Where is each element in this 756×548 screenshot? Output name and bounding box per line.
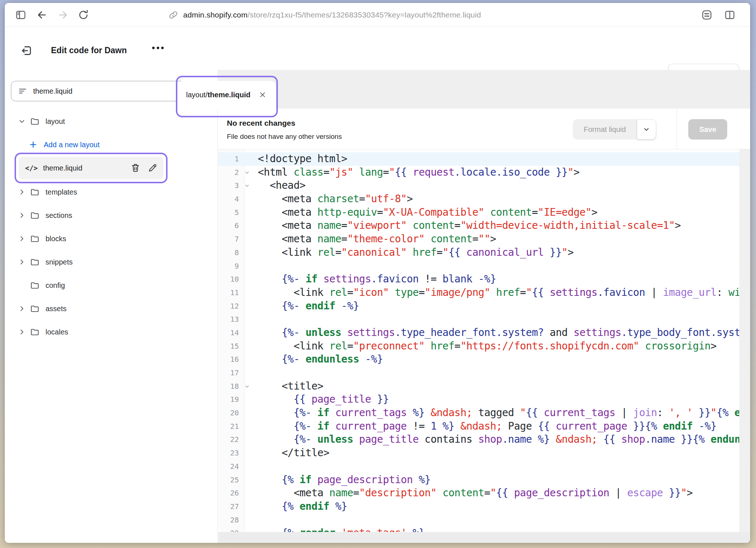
- line-number: 16: [218, 353, 245, 366]
- browser-window: admin.shopify.com/store/rzq1xu-f5/themes…: [5, 3, 750, 543]
- code-line: 3 <head>: [218, 179, 739, 192]
- fold-spacer: [245, 340, 252, 353]
- folder-icon: [30, 304, 40, 314]
- format-dropdown-button[interactable]: [637, 119, 656, 140]
- status-subtitle: File does not have any other versions: [227, 133, 342, 141]
- sidebar-item-templates[interactable]: templates: [5, 183, 217, 201]
- chevron-right-icon[interactable]: [17, 258, 26, 266]
- folder-icon: [30, 257, 40, 267]
- fold-chevron-icon[interactable]: [245, 166, 252, 179]
- line-number: 23: [218, 446, 245, 460]
- folder-icon: [30, 281, 40, 290]
- line-number: 20: [218, 406, 245, 420]
- fold-spacer: [245, 460, 252, 473]
- chevron-right-icon[interactable]: [17, 328, 26, 336]
- folder-icon: [30, 117, 40, 126]
- close-icon[interactable]: [258, 90, 267, 99]
- sidebar-item-assets[interactable]: assets: [5, 300, 217, 317]
- forward-icon[interactable]: [57, 9, 69, 21]
- line-number: 13: [218, 313, 245, 326]
- status-title: No recent changes: [227, 119, 295, 128]
- code-line: 26 <meta name="description" content="{{ …: [218, 486, 739, 500]
- folder-icon: [30, 211, 40, 220]
- save-button[interactable]: Save: [688, 119, 727, 140]
- code-line: 19 {{ page_title }}: [218, 393, 739, 406]
- code-line: 9: [218, 259, 739, 273]
- code-line: 27 {% endif %}: [218, 500, 739, 513]
- sidebar-item-theme-liquid[interactable]: </>theme.liquid: [19, 157, 164, 179]
- split-view-icon[interactable]: [724, 9, 736, 21]
- url-bar[interactable]: admin.shopify.com/store/rzq1xu-f5/themes…: [183, 11, 481, 19]
- back-icon[interactable]: [36, 9, 48, 21]
- add-new-layout-button[interactable]: Add a new layout: [5, 136, 217, 153]
- url-path: /store/rzq1xu-f5/themes/132683530345?key…: [248, 11, 481, 19]
- sidebar-item-sections[interactable]: sections: [5, 207, 217, 224]
- tab-file-label: theme.liquid: [208, 91, 251, 99]
- code-line: 15 <link rel="preconnect" href="https://…: [218, 340, 739, 353]
- fold-spacer: [245, 326, 252, 340]
- code-line: 21 {%- if current_page != 1 %} &ndash; P…: [218, 420, 739, 433]
- sidebar-toggle-icon[interactable]: [15, 9, 27, 21]
- chevron-right-icon[interactable]: [17, 188, 26, 196]
- fold-spacer: [245, 353, 252, 366]
- line-number: 7: [218, 232, 245, 246]
- line-number: 29: [218, 527, 245, 532]
- fold-spacer: [245, 152, 252, 166]
- line-number: 28: [218, 513, 245, 527]
- plus-icon: [29, 140, 38, 149]
- line-number: 15: [218, 340, 245, 353]
- folder-icon: [30, 327, 40, 337]
- code-line: 24: [218, 460, 739, 473]
- chevron-right-icon[interactable]: [17, 304, 26, 313]
- reload-icon[interactable]: [78, 9, 89, 21]
- line-number: 17: [218, 366, 245, 380]
- line-number: 5: [218, 206, 245, 219]
- line-number: 3: [218, 179, 245, 192]
- format-liquid-split-button: Format liquid: [573, 119, 656, 140]
- line-number: 21: [218, 420, 245, 433]
- fold-spacer: [245, 192, 252, 206]
- page-settings-icon[interactable]: [701, 9, 713, 21]
- code-editor[interactable]: 1<!doctype html>2<html class="js" lang="…: [218, 149, 739, 532]
- code-line: 17: [218, 366, 739, 380]
- code-line: 18 <title>: [218, 380, 739, 393]
- chevron-right-icon[interactable]: [17, 211, 26, 220]
- trash-icon[interactable]: [130, 163, 141, 173]
- chevron-right-icon[interactable]: [17, 234, 26, 243]
- code-line: 12 {%- endif -%}: [218, 300, 739, 313]
- code-line: 13: [218, 313, 739, 326]
- line-number: 18: [218, 380, 245, 393]
- tab-theme-liquid[interactable]: layout/theme.liquid: [177, 81, 276, 109]
- fold-spacer: [245, 313, 252, 326]
- browser-toolbar: admin.shopify.com/store/rzq1xu-f5/themes…: [5, 3, 750, 27]
- code-line: 29 {% render 'meta-tags' %}: [218, 527, 739, 532]
- code-line: 11 <link rel="icon" type="image/png" hre…: [218, 286, 739, 300]
- fold-spacer: [245, 513, 252, 527]
- code-line: 25 {% if page_description %}: [218, 473, 739, 487]
- fold-spacer: [245, 500, 252, 513]
- format-liquid-button[interactable]: Format liquid: [573, 119, 637, 140]
- fold-chevron-icon[interactable]: [245, 179, 252, 192]
- sidebar-item-layout[interactable]: layout: [5, 113, 217, 130]
- sidebar-item-config[interactable]: config: [5, 277, 217, 294]
- tab-strip: [218, 70, 750, 109]
- fold-spacer: [245, 420, 252, 433]
- more-menu-button[interactable]: •••: [152, 43, 165, 53]
- sidebar-item-blocks[interactable]: blocks: [5, 230, 217, 247]
- fold-chevron-icon[interactable]: [245, 380, 252, 393]
- editor-scrollbar[interactable]: [739, 149, 750, 532]
- edit-icon[interactable]: [147, 163, 158, 173]
- exit-icon[interactable]: [20, 44, 33, 57]
- url-domain: admin.shopify.com: [183, 11, 248, 19]
- fold-spacer: [245, 393, 252, 406]
- line-number: 9: [218, 259, 245, 273]
- line-number: 4: [218, 192, 245, 206]
- code-line: 2<html class="js" lang="{{ request.local…: [218, 166, 739, 179]
- code-line: 14 {%- unless settings.type_header_font.…: [218, 326, 739, 340]
- chevron-down-icon[interactable]: [17, 117, 26, 126]
- sidebar-item-snippets[interactable]: snippets: [5, 253, 217, 271]
- editor-toolbar: No recent changes File does not have any…: [218, 109, 750, 149]
- fold-spacer: [245, 206, 252, 219]
- sidebar-item-locales[interactable]: locales: [5, 323, 217, 341]
- line-number: 6: [218, 219, 245, 232]
